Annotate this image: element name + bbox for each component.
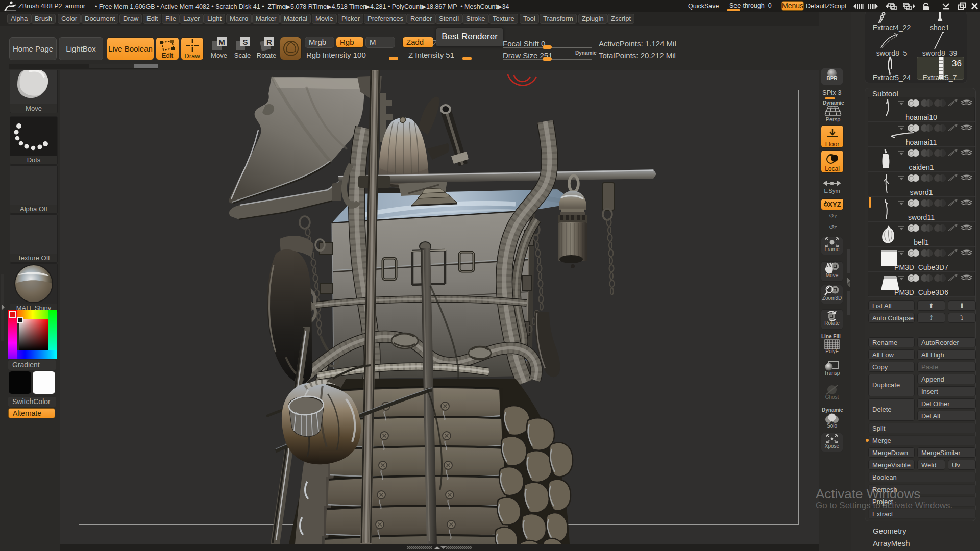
svg-text:M: M: [218, 38, 225, 46]
svg-text:R: R: [266, 38, 272, 46]
svg-text:S: S: [242, 38, 248, 46]
